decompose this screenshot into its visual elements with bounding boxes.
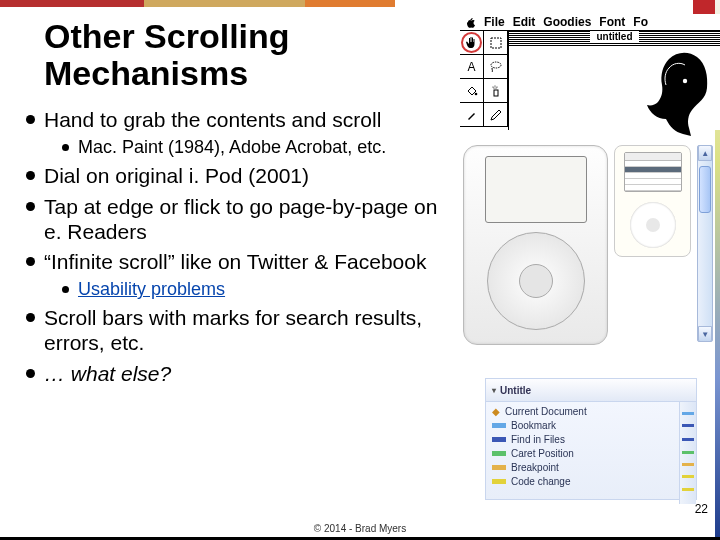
scroll-down-icon: ▼ (698, 326, 712, 342)
swatch-caret (492, 451, 506, 456)
mark-bookmark (682, 412, 694, 415)
bullet-text: Hand to grab the contents and scroll (44, 108, 381, 131)
brush-tool-icon (460, 103, 484, 127)
bullet-list: Hand to grab the contents and scroll Mac… (22, 108, 452, 393)
bullet-infinite-scroll: “Infinite scroll” like on Twitter & Face… (22, 250, 452, 300)
marks-panel-title: Untitle (500, 385, 531, 396)
legend-label: Find in Files (511, 434, 565, 445)
bullet-text: Scroll bars with marks for search result… (44, 306, 422, 354)
ipod-clickwheel (630, 202, 676, 248)
svg-point-5 (494, 85, 495, 86)
legend-label: Caret Position (511, 448, 574, 459)
legend-caret: Caret Position (492, 448, 673, 459)
legend-breakpoint: Breakpoint (492, 462, 673, 473)
ipod-images: ▲ ▼ (463, 145, 713, 345)
menu-goodies: Goodies (543, 15, 591, 29)
spray-tool-icon (484, 79, 508, 103)
macpaint-screenshot: File Edit Goodies Font Fo A (460, 14, 720, 129)
marks-legend: ◆ Current Document Bookmark Find in File… (486, 402, 679, 504)
woodcut-figure (637, 51, 717, 136)
mark-find (682, 424, 694, 427)
legend-bookmark: Bookmark (492, 420, 673, 431)
bullet-what-else: … what else? (22, 362, 452, 387)
document-titlebar: untitled (509, 31, 720, 46)
mark-codechange (682, 488, 694, 491)
swatch-codechange (492, 479, 506, 484)
title-line-1: Other Scrolling (44, 17, 290, 55)
marquee-tool-icon (484, 31, 508, 55)
scrollbar-markbar (679, 402, 696, 504)
svg-point-1 (491, 62, 501, 68)
pencil-tool-icon (484, 103, 508, 127)
svg-point-4 (492, 86, 493, 87)
macpaint-menubar: File Edit Goodies Font Fo (460, 14, 720, 31)
clickwheel-icon (487, 232, 585, 330)
legend-label: Bookmark (511, 420, 556, 431)
legend-codechange: Code change (492, 476, 673, 487)
lasso-tool-icon (484, 55, 508, 79)
svg-point-6 (496, 86, 497, 87)
bucket-tool-icon (460, 79, 484, 103)
mark-codechange (682, 475, 694, 478)
bullet-text: Dial on original i. Pod (2001) (44, 164, 309, 187)
svg-point-8 (495, 87, 496, 88)
title-line-2: Mechanisms (44, 54, 248, 92)
mark-find (682, 438, 694, 441)
scroll-thumb (699, 166, 711, 213)
swatch-breakpoint (492, 465, 506, 470)
macpaint-tool-palette: A (460, 31, 509, 130)
mark-breakpoint (682, 463, 694, 466)
menu-file: File (484, 15, 505, 29)
ipod-outline-drawing (463, 145, 608, 345)
copyright-text: © 2014 - Brad Myers (314, 523, 406, 534)
svg-point-9 (683, 79, 687, 83)
bullet-text: “Infinite scroll” like on Twitter & Face… (44, 250, 426, 273)
macpaint-document: untitled (509, 31, 720, 130)
svg-rect-3 (494, 90, 498, 96)
legend-label: Breakpoint (511, 462, 559, 473)
disclosure-icon: ▾ (492, 386, 496, 395)
menu-edit: Edit (513, 15, 536, 29)
bullet-text: … what else? (44, 362, 171, 385)
apple-menu-icon (466, 17, 476, 27)
document-title: untitled (590, 31, 638, 42)
svg-rect-0 (491, 38, 501, 48)
marks-panel-header: ▾ Untitle (486, 379, 696, 402)
menu-font: Font (599, 15, 625, 29)
scrollbar-marks-panel: ▾ Untitle ◆ Current Document Bookmark Fi… (485, 378, 697, 500)
page-number: 22 (695, 502, 708, 516)
bullet-ipod-dial: Dial on original i. Pod (2001) (22, 164, 452, 189)
legend-current: ◆ Current Document (492, 406, 673, 417)
legend-findinfiles: Find in Files (492, 434, 673, 445)
hand-tool-icon (460, 31, 484, 55)
ipod-screen-header (625, 153, 681, 161)
legend-label: Current Document (505, 406, 587, 417)
ipod-screen (624, 152, 682, 192)
subbullet-macpaint: Mac. Paint (1984), Adobe Acrobat, etc. (60, 137, 452, 158)
svg-point-7 (493, 87, 494, 88)
subbullet-text: Mac. Paint (1984), Adobe Acrobat, etc. (78, 137, 386, 157)
slide-title: Other Scrolling Mechanisms (44, 18, 290, 93)
bullet-hand-grab: Hand to grab the contents and scroll Mac… (22, 108, 452, 158)
bullet-ereader-flick: Tap at edge or flick to go page-by-page … (22, 195, 452, 245)
mark-caret (682, 451, 694, 454)
menu-cut: Fo (633, 15, 648, 29)
bullet-scrollbar-marks: Scroll bars with marks for search result… (22, 306, 452, 356)
text-tool-icon: A (460, 55, 484, 79)
usability-link[interactable]: Usability problems (78, 279, 225, 299)
sample-scrollbar: ▲ ▼ (697, 145, 713, 342)
ipod-menu-row (625, 185, 681, 191)
swatch-bookmark (492, 423, 506, 428)
top-accent-stripe (0, 0, 395, 7)
scroll-up-icon: ▲ (698, 145, 712, 161)
swatch-findinfiles (492, 437, 506, 442)
subbullet-usability: Usability problems (60, 279, 452, 300)
legend-label: Code change (511, 476, 571, 487)
svg-point-2 (474, 92, 477, 95)
ipod-photo (614, 145, 691, 257)
bullet-text: Tap at edge or flick to go page-by-page … (44, 195, 437, 243)
